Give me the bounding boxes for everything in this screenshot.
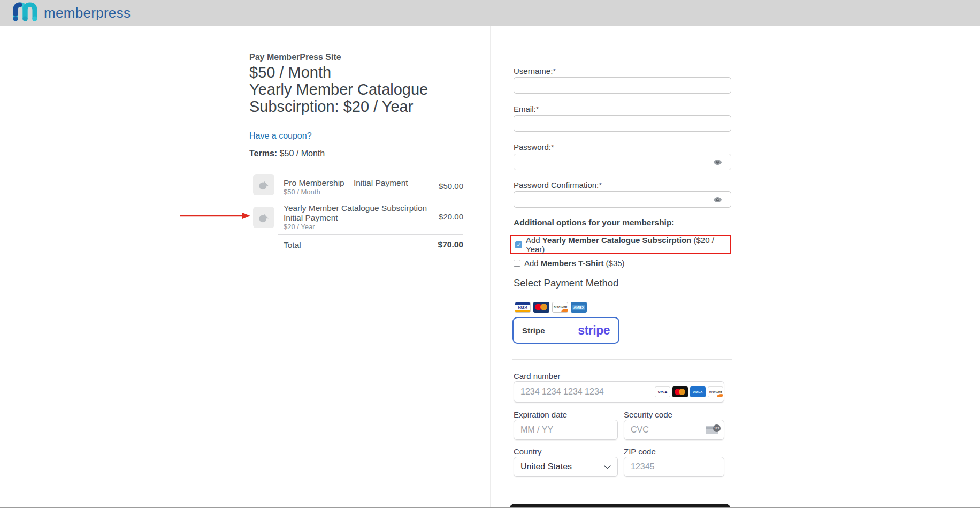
payment-method-heading: Select Payment Method — [514, 277, 618, 289]
discover-icon: DISC•VER — [552, 302, 568, 313]
country-value: United States — [520, 462, 572, 472]
column-divider — [490, 26, 491, 508]
email-field[interactable] — [514, 115, 731, 132]
visa-icon: VISA — [655, 386, 670, 397]
invoice-divider — [278, 234, 463, 235]
product-image-icon — [253, 174, 274, 195]
country-label: Country — [514, 447, 542, 456]
line-item-price: $20.00 — [399, 212, 463, 221]
brand-name: memberpress — [44, 5, 131, 21]
expiration-input[interactable] — [514, 420, 618, 440]
password-confirm-field[interactable] — [514, 191, 731, 208]
stripe-gateway-option[interactable]: Stripe stripe — [512, 317, 619, 344]
total-value: $70.00 — [399, 240, 463, 249]
username-field[interactable] — [514, 77, 731, 94]
card-brand-icons: VISA AMEX DISC•VER — [655, 386, 723, 397]
expiration-label: Expiration date — [514, 410, 567, 419]
show-password-icon[interactable] — [713, 195, 722, 205]
amex-icon: AMEX — [571, 302, 587, 313]
country-select[interactable]: United States — [514, 457, 618, 477]
mastercard-icon — [533, 302, 549, 313]
option-yearly-catalogue[interactable]: Add Yearly Member Catalogue Subscirption… — [510, 235, 731, 254]
username-label: Username:* — [514, 66, 556, 75]
option-members-tshirt[interactable]: Add Members T-Shirt ($35) — [514, 259, 625, 268]
checkbox-unchecked-icon[interactable] — [514, 260, 520, 267]
section-divider — [512, 359, 732, 360]
product-image-icon — [253, 207, 274, 228]
checkbox-checked-icon[interactable] — [515, 241, 522, 248]
cvc-card-icon: 123 — [705, 424, 721, 438]
gateway-label: Stripe — [522, 326, 545, 335]
checkout-page: memberpress Pay MemberPress Site $50 / M… — [0, 0, 980, 508]
show-password-icon[interactable] — [713, 158, 722, 168]
card-number-label: Card number — [514, 371, 561, 381]
memberpress-logo-icon — [12, 2, 37, 25]
mastercard-icon — [672, 386, 688, 397]
password-label: Password:* — [514, 142, 554, 151]
total-label: Total — [284, 240, 301, 250]
merchant-name: Pay MemberPress Site — [249, 52, 341, 62]
email-label: Email:* — [514, 104, 539, 113]
terms-text: Terms: $50 / Month — [249, 149, 325, 158]
line-item-terms: $20 / Year — [284, 223, 315, 231]
discover-icon: DISC•VER — [708, 386, 723, 397]
options-heading: Additional options for your membership: — [514, 218, 675, 228]
annotation-arrow — [179, 211, 252, 220]
password-field[interactable] — [514, 154, 731, 170]
line-item-price: $50.00 — [399, 181, 463, 191]
stripe-logo: stripe — [578, 323, 610, 338]
accepted-cards-row: VISA DISC•VER AMEX — [515, 302, 587, 313]
chevron-down-icon — [604, 462, 611, 472]
app-header: memberpress — [0, 0, 980, 26]
visa-icon: VISA — [515, 302, 531, 313]
page-title: $50 / Month Yearly Member Catalogue Subs… — [249, 64, 428, 115]
coupon-link[interactable]: Have a coupon? — [249, 131, 312, 141]
zip-label: ZIP code — [624, 447, 656, 456]
cvc-badge-digits: 123 — [714, 427, 720, 430]
password-confirm-label: Password Confirmation:* — [514, 180, 602, 189]
security-code-label: Security code — [624, 410, 672, 419]
zip-input[interactable] — [624, 457, 724, 477]
amex-icon: AMEX — [690, 386, 706, 397]
line-item-terms: $50 / Month — [284, 188, 320, 196]
